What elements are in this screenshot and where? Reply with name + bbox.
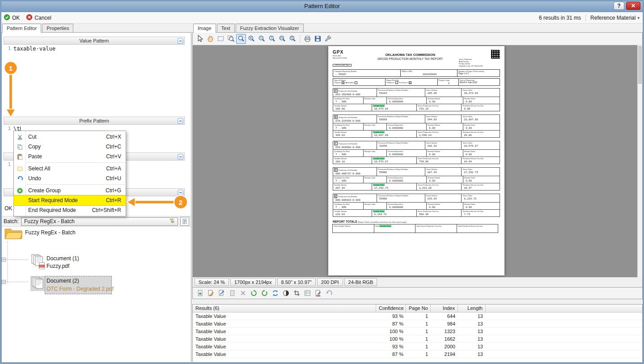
image-viewer[interactable]: GPX Form 300 Revised 10-2014 -OFFICE USE… — [192, 45, 643, 277]
pointer-icon[interactable] — [195, 34, 205, 44]
paste-icon — [14, 153, 25, 160]
tab-image[interactable]: Image — [193, 24, 216, 33]
form-cell: Gross Value 10,473.64 — [461, 89, 500, 97]
result-row[interactable]: Taxable Value 87 % 1 2194 13 — [193, 351, 642, 358]
menu-item-cut[interactable]: Cut Ctrl+X — [14, 132, 126, 142]
collapse-icon[interactable]: – — [178, 118, 183, 124]
result-row[interactable]: Taxable Value 87 % 1 984 13 — [193, 320, 642, 328]
scrollbar-thumb[interactable] — [638, 46, 642, 84]
reference-material-button[interactable]: Reference Material ▾ — [590, 15, 640, 21]
refresh-page-icon[interactable] — [270, 288, 280, 298]
result-label: Taxable Value — [193, 343, 376, 350]
zoom-fit-page-icon[interactable] — [288, 34, 297, 44]
zoom-region-icon[interactable] — [226, 34, 236, 44]
batch-selector[interactable]: Fuzzy RegEx - Batch — [21, 217, 178, 226]
tab-properties[interactable]: Properties — [42, 24, 73, 32]
form-cell-taxable-value: Taxable Value 22,087.66 — [372, 131, 416, 137]
total-cell: Total Taxable Value — [374, 224, 416, 233]
value-pattern-header: Value Pattern – — [4, 37, 185, 45]
close-button[interactable]: ✕ — [626, 2, 640, 10]
form-cell: Gross Volume 168.18 — [425, 141, 462, 149]
form-cell: Purchasers/Producers Report Number 31936 — [377, 141, 425, 149]
column-header-confidence[interactable]: Confidence — [376, 305, 406, 312]
invert-icon[interactable] — [281, 288, 291, 298]
ok-button[interactable]: OK — [4, 14, 20, 22]
tree-file-otc-form[interactable]: OTC Form - Degraded 2.pdf — [47, 286, 114, 292]
rotate-cw-icon[interactable] — [259, 288, 269, 298]
result-row[interactable]: Taxable Value 93 % 1 2000 13 — [193, 343, 642, 351]
form-cell: EProduction Unit Number 090-086423-0-000 — [333, 194, 377, 202]
pattern-editor-window: Pattern Editor ? ✕ OK Cancel 6 results i… — [0, 0, 644, 364]
select-region-icon[interactable] — [216, 34, 225, 44]
tree-root-label[interactable]: Fuzzy RegEx - Batch — [25, 229, 76, 236]
column-header-length[interactable]: Length — [458, 305, 486, 312]
zoom-actual-size-icon[interactable]: 1 — [267, 34, 277, 44]
cancel-button[interactable]: Cancel — [26, 14, 51, 22]
filter-icon[interactable] — [169, 218, 175, 225]
tree-item-document-1[interactable]: Document (1) — [47, 255, 79, 262]
menu-item-start-required-mode[interactable]: Start Required Mode Ctrl+R — [14, 195, 126, 205]
redact-icon[interactable] — [313, 288, 323, 298]
window-title: Pattern Editor — [0, 3, 644, 9]
document-pages-icon[interactable] — [30, 276, 45, 291]
tree-file-fuzzy-pdf[interactable]: Fuzzy.pdf — [47, 263, 69, 269]
results-title[interactable]: Results (6) — [193, 305, 376, 312]
insert-pages-icon[interactable] — [195, 288, 205, 298]
batch-value: Fuzzy RegEx - Batch — [24, 218, 166, 224]
result-row[interactable]: Taxable Value 100 % 1 1323 13 — [193, 328, 642, 335]
column-header-index[interactable]: Index — [431, 305, 458, 312]
collapse-icon[interactable]: – — [178, 38, 183, 44]
tab-text[interactable]: Text — [217, 24, 235, 32]
print-icon[interactable] — [302, 34, 312, 44]
zoom-icon[interactable] — [236, 34, 246, 44]
page-list-icon[interactable] — [302, 288, 312, 298]
view-document-button[interactable] — [180, 217, 189, 226]
save-image-icon[interactable] — [313, 34, 322, 44]
zoom-out-icon[interactable] — [257, 34, 267, 44]
viewer-scrollbar[interactable] — [637, 45, 642, 277]
zoom-in-icon[interactable] — [246, 34, 256, 44]
result-row[interactable]: Taxable Value 100 % 1 1662 13 — [193, 335, 642, 343]
extract-region-icon[interactable] — [216, 288, 226, 298]
result-row[interactable]: Taxable Value 93 % 1 644 13 — [193, 313, 642, 320]
result-page-no: 1 — [406, 343, 431, 350]
form-section: CProduction Unit Number 033-083698-0-000… — [333, 141, 500, 164]
form-cell: Gross Production Tax Due 1,546.14 — [416, 131, 461, 137]
rotate-ccw-icon[interactable] — [249, 288, 258, 298]
menu-item-undo[interactable]: Undo Ctrl+U — [14, 174, 126, 183]
value-pattern-editor[interactable]: 1 taxable·value — [4, 45, 185, 117]
tab-pattern-editor[interactable]: Pattern Editor — [2, 24, 41, 33]
report-totals-row: Total Taxable Volume Total Taxable Value… — [333, 224, 500, 233]
undo-icon[interactable] — [324, 288, 334, 298]
menu-item-paste[interactable]: Paste Ctrl+V — [14, 152, 126, 161]
pan-hand-icon[interactable] — [205, 34, 215, 44]
tree-expander[interactable]: + — [2, 280, 6, 284]
menu-item-select-all[interactable]: Select All Ctrl+A — [14, 164, 126, 174]
result-page-no: 1 — [406, 320, 431, 327]
zoom-fit-width-icon[interactable] — [277, 34, 287, 44]
tree-expander[interactable]: + — [2, 258, 6, 262]
menu-item-create-group[interactable]: Create Group Ctrl+G — [14, 186, 126, 195]
tree-item-document-2[interactable]: Document (2) — [47, 278, 79, 284]
tab-fuzzy-extraction-visualizer[interactable]: Fuzzy Extraction Visualizer — [236, 24, 304, 32]
folder-icon[interactable] — [4, 226, 23, 242]
context-menu: Cut Ctrl+X Copy Ctrl+C Paste Ctrl+V Sele… — [13, 131, 126, 216]
menu-item-copy[interactable]: Copy Ctrl+C — [14, 142, 126, 152]
results-header: Results (6) Confidence Page No Index Len… — [193, 305, 642, 313]
crop-icon[interactable] — [292, 288, 301, 298]
result-filler — [486, 313, 642, 320]
image-settings-icon[interactable] — [323, 34, 333, 44]
form-section: BProduction Unit Number 078-214348-0-000… — [333, 114, 500, 138]
help-button[interactable]: ? — [614, 2, 624, 10]
edit-image-icon[interactable] — [206, 288, 216, 298]
collapse-icon[interactable]: – — [178, 154, 183, 160]
column-header-page-no[interactable]: Page No — [406, 305, 431, 312]
section-letter: D — [334, 168, 338, 172]
menu-item-end-required-mode[interactable]: End Required Mode Ctrl+Shift+R — [14, 205, 126, 215]
blank-page-icon[interactable] — [227, 288, 237, 298]
delete-page-icon[interactable] — [238, 288, 248, 298]
callout-step-2: 2 — [123, 192, 191, 212]
form-cell-taxable-value: Taxable Value 10,570.87 — [372, 157, 416, 164]
form-cell: Gross Production Tax Due 569.36 — [416, 210, 461, 216]
result-filler — [486, 320, 642, 327]
